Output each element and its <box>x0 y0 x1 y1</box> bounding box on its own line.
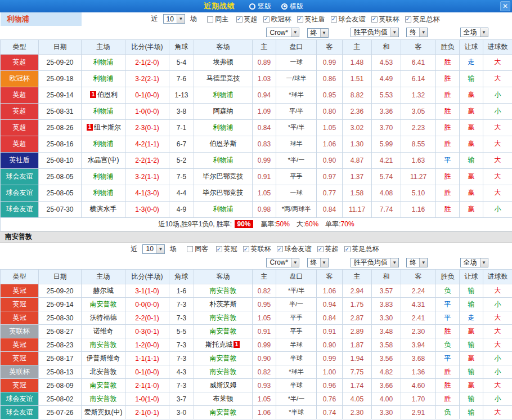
col-date: 日期 <box>39 39 82 54</box>
match-date: 25-08-05 <box>39 185 82 201</box>
handicap-win-rate: 赢率:50% <box>261 220 290 228</box>
home-team-cell: 沃特福德 <box>82 311 125 325</box>
europe-away-odds: 1.32 <box>401 87 436 103</box>
chevron-down-icon: ▼ <box>390 28 398 37</box>
asia-home-odds: 0.95 <box>253 298 276 311</box>
layout-vertical-radio[interactable]: 竖版 <box>249 2 271 11</box>
checkbox-unchecked-icon <box>187 246 193 252</box>
scope-select[interactable]: 全场▼ <box>460 28 488 37</box>
match-count-select[interactable]: 10▼ <box>142 244 164 254</box>
asia-final-select[interactable]: 终▼ <box>307 258 329 267</box>
league-filter-checkbox[interactable]: ✓欧冠杯 <box>263 15 291 24</box>
result-cell: 平 <box>436 352 460 365</box>
result-cell: 平 <box>436 152 460 168</box>
home-team-cell: 北安普敦 <box>82 365 125 379</box>
result-cell: 负 <box>436 284 460 298</box>
league-filter-checkbox[interactable]: ✓英足总杯 <box>344 244 379 254</box>
europe-final-select[interactable]: 终▼ <box>406 28 428 37</box>
layout-horizontal-radio[interactable]: 横版 <box>281 2 303 11</box>
goals-cell: 小 <box>483 298 512 311</box>
league-filter-checkbox[interactable]: ✓英社盾 <box>297 15 325 24</box>
europe-home-odds: 1.87 <box>343 338 372 352</box>
league-filter-checkbox[interactable]: ✓英超 <box>317 244 339 254</box>
odds-source-select[interactable]: Crow*▼ <box>266 258 299 267</box>
focus-team-name: 南安普敦 <box>90 300 117 308</box>
handicap-result-cell: 赢 <box>460 379 483 392</box>
stat-label: 单率: <box>325 220 340 228</box>
league-filter-checkbox[interactable]: ✓英联杯 <box>371 15 399 24</box>
europe-odds-controls: 胜平负均值▼ 终▼ <box>343 256 436 270</box>
col-asia-away: 客 <box>317 39 343 54</box>
checkbox-unchecked-icon <box>207 16 213 23</box>
col-score: 比分(半场) <box>125 39 169 54</box>
same-home-checkbox[interactable]: 同主 <box>207 15 228 24</box>
home-team-cell: 利物浦 <box>82 103 125 119</box>
corner-cell: 1-6 <box>169 284 194 298</box>
checkbox-checked-icon: ✓ <box>331 16 337 23</box>
close-button[interactable]: ✕ <box>500 1 510 11</box>
page-title: 近期战绩 <box>204 1 235 11</box>
focus-team-name: 南安普敦 <box>210 314 237 321</box>
score-cell: 1-0(0-0) <box>125 103 169 119</box>
opponent-team-name: 伯恩利 <box>97 91 118 99</box>
goals-cell: 大 <box>483 185 512 201</box>
goals-cell: 大 <box>483 152 512 168</box>
near-label: 近 <box>131 244 137 254</box>
league-badge: 英联杯 <box>1 365 39 379</box>
corner-cell: 1-13 <box>169 87 194 103</box>
corner-cell: 7-3 <box>169 338 194 352</box>
focus-team-name: 利物浦 <box>93 58 114 66</box>
focus-team-name: 南安普敦 <box>210 368 237 376</box>
league-filter-checkbox[interactable]: ✓英联杯 <box>243 244 271 254</box>
europe-odds-select[interactable]: 胜平负均值▼ <box>351 258 399 267</box>
league-filter-checkbox[interactable]: ✓球会友谊 <box>331 15 366 24</box>
league-filter-checkbox[interactable]: ✓英足总杯 <box>405 15 440 24</box>
league-filter-label: 球会友谊 <box>285 244 312 254</box>
europe-draw-odds: 3.57 <box>372 284 401 298</box>
asia-final-select[interactable]: 终▼ <box>307 28 329 38</box>
col-goals: 进球数 <box>483 270 512 284</box>
odds-source-select[interactable]: Crow*▼ <box>266 28 299 37</box>
match-date: 25-09-14 <box>39 298 82 311</box>
col-result: 胜负 <box>436 270 460 284</box>
europe-home-odds: 3.02 <box>343 119 372 136</box>
summary-prefix: 近10场,胜9平1负0, 胜率: <box>158 220 233 228</box>
col-eu-away: 客 <box>401 270 436 284</box>
opponent-team-name: 伯恩茅斯 <box>210 140 237 148</box>
europe-odds-select[interactable]: 胜平负均值▼ <box>351 28 399 37</box>
europe-away-odds: 2.30 <box>401 325 436 338</box>
league-filter-checkbox[interactable]: ✓英超 <box>236 15 258 24</box>
home-team-cell: 赫尔城 <box>82 284 125 298</box>
europe-final-select[interactable]: 终▼ <box>406 258 428 267</box>
same-away-checkbox[interactable]: 同客 <box>187 244 208 254</box>
handicap-line: *球半 <box>276 87 317 103</box>
league-filter-checkbox[interactable]: ✓球会友谊 <box>277 244 312 254</box>
europe-home-odds: 1.37 <box>343 168 372 185</box>
opponent-team-name: 水晶宫(中) <box>88 156 119 164</box>
col-eu-away: 客 <box>401 39 436 54</box>
league-badge: 英超 <box>1 136 39 152</box>
focus-team-name: 利物浦 <box>213 123 233 131</box>
match-count-select[interactable]: 10▼ <box>163 14 185 24</box>
match-date: 25-08-27 <box>39 325 82 338</box>
corner-cell: 4-4 <box>169 185 194 201</box>
col-corner: 角球 <box>169 39 194 54</box>
dropdown-spacer <box>1 256 253 270</box>
scope-select[interactable]: 全场▼ <box>460 258 488 267</box>
match-row: 欧冠杯25-09-18利物浦3-2(2-1)7-6马德里竞技1.03一/球半0.… <box>1 70 512 87</box>
europe-draw-odds: 3.83 <box>372 298 401 311</box>
score-cell: 0-1(0-0) <box>125 87 169 103</box>
score-cell: 4-2(1-1) <box>125 136 169 152</box>
asia-odds-controls: Crow*▼ 终▼ <box>253 26 343 39</box>
scope-controls: 全场▼ <box>436 26 512 39</box>
league-filter-label: 球会友谊 <box>339 15 366 24</box>
handicap-result-cell: 输 <box>460 284 483 298</box>
away-team-cell: 毕尔巴鄂竞技 <box>194 185 253 201</box>
league-filters-liverpool: ✓英超✓欧冠杯✓英社盾✓球会友谊✓英联杯✓英足总杯 <box>233 15 443 23</box>
result-cell: 胜 <box>436 70 460 87</box>
league-filter-checkbox[interactable]: ✓英冠 <box>216 244 237 254</box>
chevron-down-icon: ▼ <box>291 258 299 267</box>
match-row: 英联杯25-08-27诺维奇0-3(0-1)5-5南安普敦0.91平手0.912… <box>1 325 512 338</box>
handicap-result-cell: 输 <box>460 70 483 87</box>
goals-cell: 小 <box>483 392 512 406</box>
